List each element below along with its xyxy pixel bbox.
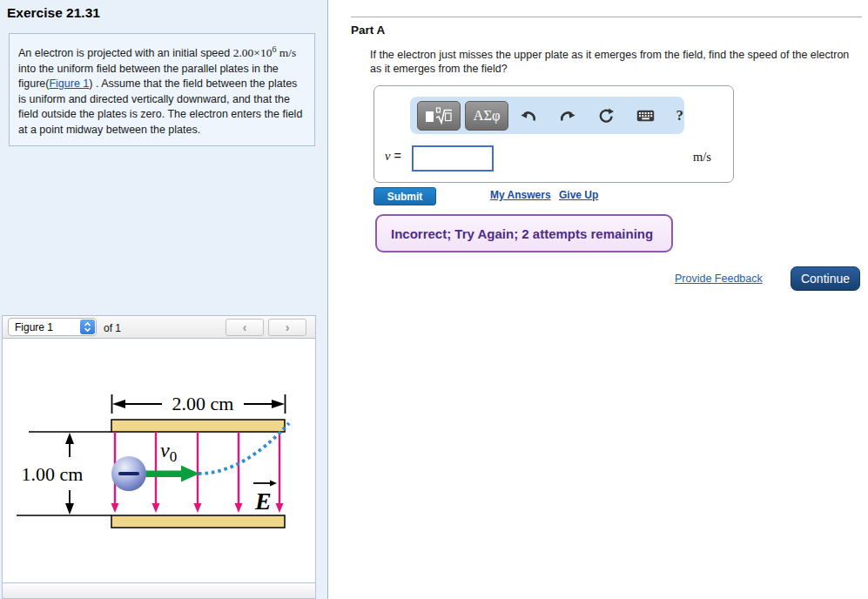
bottom-plate [111, 515, 285, 528]
redo-icon[interactable] [559, 109, 576, 123]
answer-widget: ΑΣφ [373, 85, 734, 183]
figure-viewer-footer [2, 583, 316, 599]
speed-value: 2.00×10 [233, 46, 273, 59]
chevron-left-icon: ‹ [243, 320, 247, 334]
top-plate [111, 420, 285, 432]
feedback-message: Incorrect; Try Again; 2 attempts remaini… [375, 214, 673, 252]
initial-velocity-label: v0 [160, 439, 177, 465]
variable-label: v = [385, 149, 401, 164]
stepper-icon[interactable] [80, 320, 95, 334]
previous-figure-button[interactable]: ‹ [225, 319, 264, 336]
figure-select-value: Figure 1 [15, 321, 53, 333]
part-a-panel: Part A If the electron just misses the u… [328, 0, 868, 599]
math-templates-icon [424, 106, 454, 125]
my-answers-link[interactable]: My Answers [490, 189, 551, 201]
plate-gap-label: 1.00 cm [22, 463, 84, 485]
give-up-link[interactable]: Give Up [559, 189, 598, 201]
figure-count-label: of 1 [104, 322, 121, 334]
keyboard-icon[interactable] [636, 110, 655, 122]
submit-button[interactable]: Submit [373, 187, 436, 205]
speed-unit: m/s [276, 46, 296, 59]
problem-statement: An electron is projected with an initial… [9, 33, 315, 146]
continue-button[interactable]: Continue [791, 266, 860, 291]
question-text: If the electron just misses the upper pl… [370, 48, 851, 76]
toolbar-icons: ? [520, 107, 683, 125]
part-heading: Part A [351, 24, 385, 37]
figure-viewer-toolbar: Figure 1 of 1 ‹ › [2, 315, 316, 339]
undo-icon[interactable] [520, 109, 537, 123]
chevron-right-icon: › [286, 320, 290, 334]
figure-select[interactable]: Figure 1 [8, 318, 97, 336]
physics-diagram: 2.00 cm [3, 339, 315, 582]
figure-1-link[interactable]: Figure 1 [49, 77, 89, 90]
math-templates-button[interactable] [417, 101, 461, 131]
divider [351, 17, 862, 17]
electric-field-label: E [254, 488, 272, 515]
unit-label: m/s [693, 150, 711, 165]
figure-canvas: 2.00 cm [2, 339, 316, 583]
velocity-arrow [143, 471, 183, 478]
problem-text: An electron is projected with an initial… [18, 47, 233, 59]
help-icon[interactable]: ? [676, 107, 684, 125]
plate-width-label: 2.00 cm [172, 393, 234, 414]
exercise-panel: Exercise 21.31 An electron is projected … [0, 0, 328, 599]
greek-symbols-button[interactable]: ΑΣφ [465, 101, 508, 131]
answer-input[interactable] [412, 145, 494, 172]
reset-icon[interactable] [598, 108, 615, 124]
page-title: Exercise 21.31 [7, 5, 100, 21]
next-figure-button[interactable]: › [268, 319, 306, 336]
figure-viewer: Figure 1 of 1 ‹ › [2, 315, 316, 599]
provide-feedback-link[interactable]: Provide Feedback [675, 273, 763, 285]
equation-toolbar: ΑΣφ [410, 97, 684, 134]
